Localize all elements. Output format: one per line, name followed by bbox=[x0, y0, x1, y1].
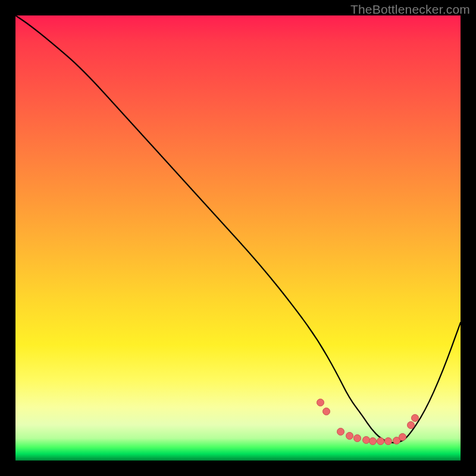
chart-frame: TheBottlenecker.com bbox=[0, 0, 476, 476]
marker-dot bbox=[407, 421, 415, 429]
marker-dot bbox=[353, 434, 361, 442]
marker-dot bbox=[369, 437, 377, 445]
marker-dot bbox=[346, 432, 353, 440]
watermark-text: TheBottlenecker.com bbox=[350, 2, 470, 17]
plot-area bbox=[15, 15, 461, 461]
marker-dot bbox=[337, 428, 345, 436]
heat-gradient-background bbox=[15, 15, 461, 461]
marker-dot bbox=[322, 408, 330, 415]
